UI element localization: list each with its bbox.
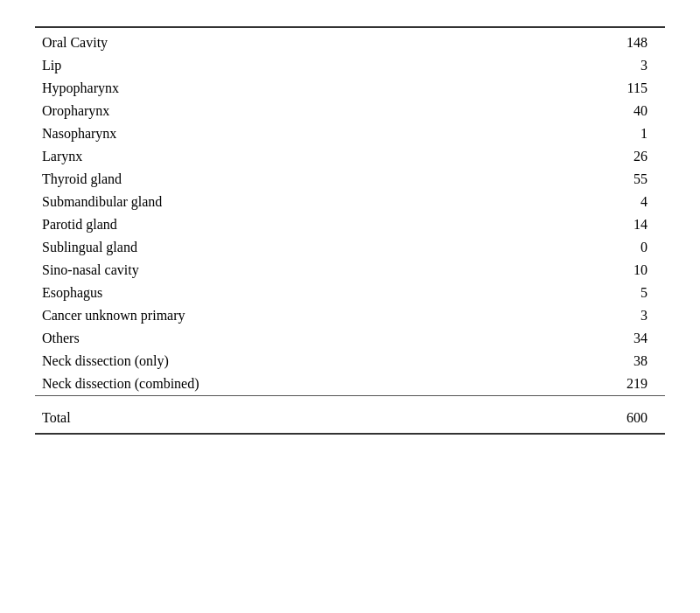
- table-row: Thyroid gland55: [35, 168, 665, 191]
- table-row: Parotid gland14: [35, 213, 665, 236]
- row-label: Hypopharynx: [35, 77, 508, 100]
- table-row: Neck dissection (only)38: [35, 350, 665, 373]
- row-label: Oral Cavity: [35, 27, 508, 54]
- row-value: 40: [508, 100, 665, 122]
- table-row: Neck dissection (combined)219: [35, 373, 665, 396]
- row-value: 219: [508, 373, 665, 396]
- table-row: Larynx26: [35, 145, 665, 168]
- table-row: Cancer unknown primary3: [35, 304, 665, 327]
- table-row: Hypopharynx115: [35, 77, 665, 100]
- main-table-container: Oral Cavity148Lip3Hypopharynx115Orophary…: [35, 26, 665, 435]
- row-value: 55: [508, 168, 665, 191]
- spacer-row: [35, 396, 665, 404]
- row-label: Parotid gland: [35, 213, 508, 236]
- row-value: 3: [508, 54, 665, 77]
- row-label: Cancer unknown primary: [35, 304, 508, 327]
- row-value: 5: [508, 282, 665, 304]
- row-value: 38: [508, 350, 665, 373]
- row-label: Sino-nasal cavity: [35, 259, 508, 282]
- row-label: Sublingual gland: [35, 236, 508, 259]
- row-label: Lip: [35, 54, 508, 77]
- total-row: Total600: [35, 403, 665, 434]
- row-value: 4: [508, 191, 665, 213]
- row-label: Oropharynx: [35, 100, 508, 122]
- row-value: 3: [508, 304, 665, 327]
- row-label: Thyroid gland: [35, 168, 508, 191]
- row-value: 0: [508, 236, 665, 259]
- total-label: Total: [35, 403, 508, 434]
- row-value: 34: [508, 327, 665, 350]
- table-row: Others34: [35, 327, 665, 350]
- row-value: 148: [508, 27, 665, 54]
- table-row: Lip3: [35, 54, 665, 77]
- row-label: Esophagus: [35, 282, 508, 304]
- table-row: Sublingual gland0: [35, 236, 665, 259]
- total-value: 600: [508, 403, 665, 434]
- row-label: Others: [35, 327, 508, 350]
- row-label: Submandibular gland: [35, 191, 508, 213]
- row-value: 14: [508, 213, 665, 236]
- row-label: Larynx: [35, 145, 508, 168]
- row-value: 26: [508, 145, 665, 168]
- row-label: Neck dissection (combined): [35, 373, 508, 396]
- row-value: 10: [508, 259, 665, 282]
- row-label: Neck dissection (only): [35, 350, 508, 373]
- table-row: Oral Cavity148: [35, 27, 665, 54]
- row-value: 115: [508, 77, 665, 100]
- table-row: Esophagus5: [35, 282, 665, 304]
- row-label: Nasopharynx: [35, 122, 508, 145]
- table-row: Submandibular gland4: [35, 191, 665, 213]
- row-value: 1: [508, 122, 665, 145]
- table-row: Sino-nasal cavity10: [35, 259, 665, 282]
- table-row: Oropharynx40: [35, 100, 665, 122]
- table-row: Nasopharynx1: [35, 122, 665, 145]
